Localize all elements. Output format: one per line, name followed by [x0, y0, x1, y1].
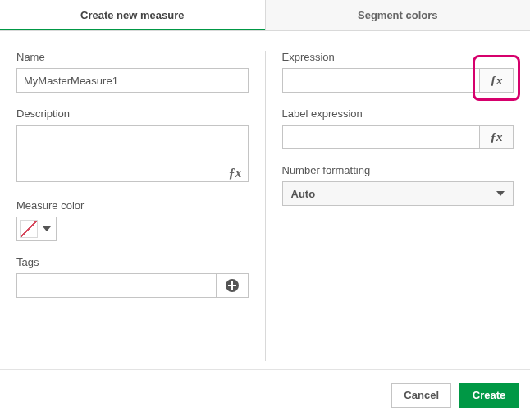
- svg-marker-4: [496, 191, 505, 196]
- tab-segment-colors[interactable]: Segment colors: [265, 0, 531, 30]
- right-column: Expression ƒx Label expression ƒx N: [265, 51, 514, 361]
- expression-row: ƒx: [282, 68, 514, 93]
- chevron-down-icon: [496, 191, 505, 196]
- cancel-button[interactable]: Cancel: [391, 383, 451, 408]
- svg-rect-3: [228, 285, 236, 286]
- description-label: Description: [16, 107, 249, 120]
- measure-color-dropdown[interactable]: [16, 217, 57, 241]
- svg-marker-0: [43, 226, 51, 231]
- chevron-down-icon: [43, 226, 51, 231]
- fx-icon: ƒx: [491, 130, 503, 144]
- tabs: Create new measure Segment colors: [0, 0, 530, 31]
- number-formatting-value: Auto: [291, 188, 316, 200]
- name-label: Name: [16, 51, 249, 63]
- create-button[interactable]: Create: [459, 383, 519, 408]
- open-expression-editor-button[interactable]: ƒx: [479, 68, 514, 93]
- description-wrap: ƒx: [16, 125, 249, 185]
- tab-create-new-measure[interactable]: Create new measure: [0, 0, 265, 30]
- name-input[interactable]: [16, 68, 249, 93]
- number-formatting-select[interactable]: Auto: [282, 181, 514, 206]
- measure-color-label: Measure color: [16, 199, 249, 212]
- left-column: Name Description ƒx Measure color Tags: [16, 51, 265, 361]
- label-expression-label: Label expression: [282, 107, 514, 120]
- label-expression-row: ƒx: [282, 125, 514, 149]
- footer: Cancel Create: [0, 369, 530, 420]
- expression-input[interactable]: [282, 68, 480, 93]
- description-input[interactable]: [16, 125, 249, 182]
- number-formatting-label: Number formatting: [282, 164, 514, 176]
- dialog-root: Create new measure Segment colors Name D…: [0, 0, 530, 420]
- color-swatch-none-icon: [20, 220, 38, 238]
- tags-input[interactable]: [16, 273, 216, 298]
- label-expression-input[interactable]: [282, 125, 480, 149]
- plus-circle-icon: [225, 278, 240, 293]
- open-label-expression-editor-button[interactable]: ƒx: [479, 125, 514, 149]
- add-tag-button[interactable]: [216, 273, 249, 298]
- expression-label: Expression: [282, 51, 514, 63]
- fx-icon: ƒx: [491, 74, 503, 88]
- dialog-body: Name Description ƒx Measure color Tags: [0, 31, 530, 369]
- tags-label: Tags: [16, 256, 249, 268]
- tags-row: [16, 273, 249, 298]
